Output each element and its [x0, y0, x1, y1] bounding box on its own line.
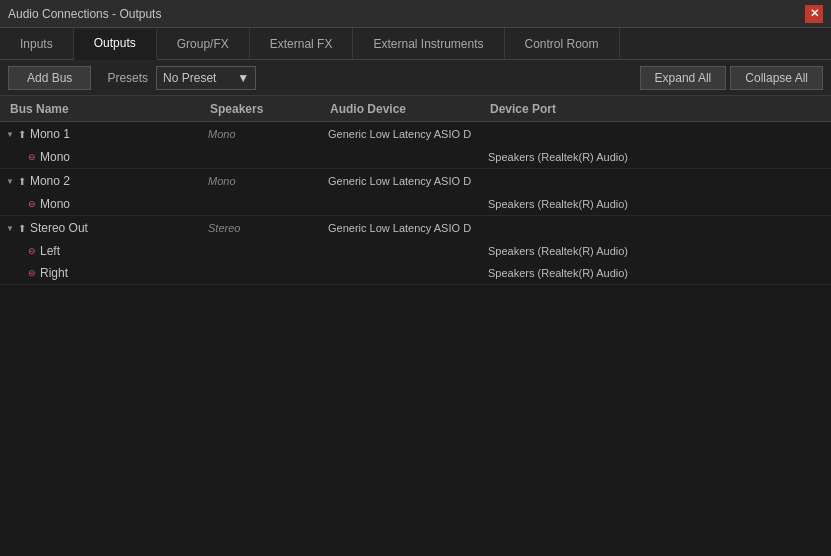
bus-name-cell: ▼ ⬆ Mono 1 [0, 127, 200, 141]
channel-device-port: Speakers (Realtek(R) Audio) [480, 267, 815, 279]
col-bus-name: Bus Name [2, 102, 202, 116]
bus-name: Mono 2 [30, 174, 70, 188]
channel-name: Right [40, 266, 68, 280]
expand-all-button[interactable]: Expand All [640, 66, 727, 90]
bus-export-icon: ⬆ [18, 129, 26, 140]
presets-label: Presets [107, 71, 148, 85]
preset-dropdown[interactable]: No Preset ▼ [156, 66, 256, 90]
bus-export-icon: ⬆ [18, 176, 26, 187]
tab-inputs[interactable]: Inputs [0, 28, 74, 59]
channel-row[interactable]: ⊖ Left Speakers (Realtek(R) Audio) [0, 240, 831, 262]
tab-external-fx[interactable]: External FX [250, 28, 354, 59]
channel-device-port: Speakers (Realtek(R) Audio) [480, 151, 815, 163]
bus-audio-device: Generic Low Latency ASIO D [320, 128, 480, 140]
expand-icon[interactable]: ▼ [6, 130, 14, 139]
tab-group-fx[interactable]: Group/FX [157, 28, 250, 59]
bus-name: Mono 1 [30, 127, 70, 141]
col-device-port: Device Port [482, 102, 813, 116]
bus-group: ▼ ⬆ Mono 2 Mono Generic Low Latency ASIO… [0, 169, 831, 216]
channel-name-cell: ⊖ Right [0, 266, 200, 280]
channel-icon: ⊖ [28, 268, 36, 278]
col-audio-device: Audio Device [322, 102, 482, 116]
tab-bar: Inputs Outputs Group/FX External FX Exte… [0, 28, 831, 60]
expand-icon[interactable]: ▼ [6, 177, 14, 186]
bus-row[interactable]: ▼ ⬆ Mono 1 Mono Generic Low Latency ASIO… [0, 122, 831, 146]
channel-icon: ⊖ [28, 246, 36, 256]
channel-icon: ⊖ [28, 152, 36, 162]
col-speakers: Speakers [202, 102, 322, 116]
window-title: Audio Connections - Outputs [8, 7, 161, 21]
channel-name-cell: ⊖ Mono [0, 150, 200, 164]
channel-name-cell: ⊖ Mono [0, 197, 200, 211]
channel-name-cell: ⊖ Left [0, 244, 200, 258]
channel-name: Mono [40, 150, 70, 164]
collapse-all-button[interactable]: Collapse All [730, 66, 823, 90]
bus-row[interactable]: ▼ ⬆ Stereo Out Stereo Generic Low Latenc… [0, 216, 831, 240]
bus-row[interactable]: ▼ ⬆ Mono 2 Mono Generic Low Latency ASIO… [0, 169, 831, 193]
title-bar: Audio Connections - Outputs ✕ [0, 0, 831, 28]
table-body: ▼ ⬆ Mono 1 Mono Generic Low Latency ASIO… [0, 122, 831, 556]
bus-audio-device: Generic Low Latency ASIO D [320, 175, 480, 187]
bus-speakers: Stereo [200, 222, 320, 234]
bus-name: Stereo Out [30, 221, 88, 235]
channel-row[interactable]: ⊖ Mono Speakers (Realtek(R) Audio) [0, 146, 831, 168]
expand-icon[interactable]: ▼ [6, 224, 14, 233]
close-button[interactable]: ✕ [805, 5, 823, 23]
channel-device-port: Speakers (Realtek(R) Audio) [480, 198, 815, 210]
bus-speakers: Mono [200, 128, 320, 140]
channel-device-port: Speakers (Realtek(R) Audio) [480, 245, 815, 257]
table-header: Bus Name Speakers Audio Device Device Po… [0, 96, 831, 122]
bus-speakers: Mono [200, 175, 320, 187]
bus-name-cell: ▼ ⬆ Stereo Out [0, 221, 200, 235]
bus-group: ▼ ⬆ Mono 1 Mono Generic Low Latency ASIO… [0, 122, 831, 169]
bus-name-cell: ▼ ⬆ Mono 2 [0, 174, 200, 188]
preset-value: No Preset [163, 71, 216, 85]
channel-icon: ⊖ [28, 199, 36, 209]
tab-control-room[interactable]: Control Room [505, 28, 620, 59]
tab-outputs[interactable]: Outputs [74, 29, 157, 60]
channel-name: Mono [40, 197, 70, 211]
channel-name: Left [40, 244, 60, 258]
add-bus-button[interactable]: Add Bus [8, 66, 91, 90]
channel-row[interactable]: ⊖ Mono Speakers (Realtek(R) Audio) [0, 193, 831, 215]
bus-export-icon: ⬆ [18, 223, 26, 234]
tab-external-instruments[interactable]: External Instruments [353, 28, 504, 59]
chevron-down-icon: ▼ [237, 71, 249, 85]
channel-row[interactable]: ⊖ Right Speakers (Realtek(R) Audio) [0, 262, 831, 284]
toolbar: Add Bus Presets No Preset ▼ Expand All C… [0, 60, 831, 96]
bus-audio-device: Generic Low Latency ASIO D [320, 222, 480, 234]
bus-group: ▼ ⬆ Stereo Out Stereo Generic Low Latenc… [0, 216, 831, 285]
expand-collapse-group: Expand All Collapse All [640, 66, 823, 90]
